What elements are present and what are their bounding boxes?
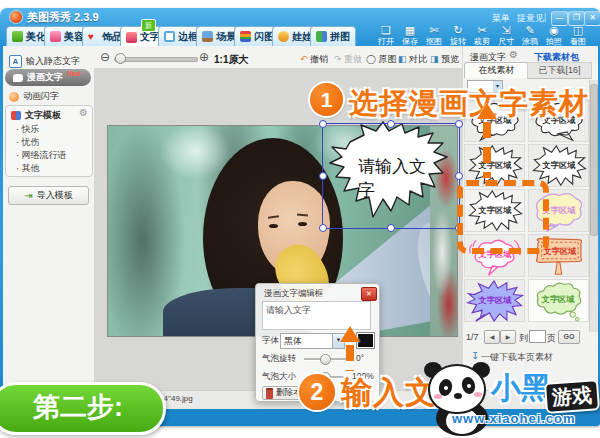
sidebar-group-templates[interactable]: 文字模板 [11, 109, 61, 122]
prev-page-button[interactable]: ◀ [484, 330, 500, 344]
sidebar-item-sad[interactable]: · 忧伤 [16, 136, 40, 149]
svg-text:文字区域: 文字区域 [541, 159, 576, 169]
cutout-button[interactable]: ✄抠图 [422, 24, 446, 47]
watermark-url: www.xiaohei.com [452, 411, 576, 426]
step-badge: 第二步: [0, 382, 166, 435]
crop-button[interactable]: ✂裁剪 [470, 24, 494, 47]
tab-pintu[interactable]: 拼图 [310, 26, 356, 46]
save-icon: ▦ [398, 24, 422, 36]
flash-icon [240, 31, 251, 42]
step2-number-badge: 2 [299, 374, 335, 410]
tab-online-materials[interactable]: 在线素材 [464, 62, 529, 78]
crop-icon: ✂ [470, 24, 494, 36]
tab-downloaded[interactable]: 已下载[16] [527, 62, 592, 79]
redo-icon: ↷ [334, 54, 342, 64]
resize-icon: ⇲ [494, 24, 518, 36]
zoom-out-icon[interactable]: ⊖ [100, 50, 110, 64]
camera-icon: ◉ [542, 24, 566, 36]
svg-text:文字区域: 文字区域 [477, 294, 512, 304]
frame-icon [164, 31, 175, 42]
undo-icon: ↶ [300, 54, 308, 64]
sidebar-item-anim-text[interactable]: 动画闪字 [9, 90, 59, 103]
template-icon [11, 111, 21, 120]
original-icon: ◯ [366, 54, 376, 64]
flash-text-icon [9, 92, 19, 102]
preview-button[interactable]: ◨ 预览 [430, 53, 459, 66]
rotate-button[interactable]: ↻旋转 [446, 24, 470, 47]
import-template-button[interactable]: ⇥ 导入模板 [8, 186, 89, 205]
step1-dashed-line [483, 122, 491, 178]
selected-material-highlight-box [457, 180, 549, 254]
next-page-button[interactable]: ▶ [500, 330, 516, 344]
selection-handle-bl[interactable] [319, 224, 327, 232]
cutout-icon: ✄ [422, 24, 446, 36]
size-label: 气泡大小 [262, 371, 296, 383]
app-window: 美图秀秀 2.3.9 菜单 提意见 | — ❐ ✕ 美化 美容 ♥饰品 文字 新… [0, 0, 600, 438]
trash-icon [266, 388, 273, 399]
original-button[interactable]: ◯ 原图 [366, 53, 397, 66]
camera-button[interactable]: ◉拍照 [542, 24, 566, 47]
zoom-slider-track[interactable] [114, 57, 198, 62]
open-button[interactable]: ❏打开 [374, 24, 398, 47]
doodle-icon: ✎ [518, 24, 542, 36]
template-gear-icon[interactable]: ⚙ [79, 107, 88, 118]
page-input[interactable] [529, 330, 546, 343]
selection-handle-mr[interactable] [455, 172, 463, 180]
step1-annotation-text: 选择漫画文字素材 [349, 84, 589, 124]
undo-button[interactable]: ↶ 撤销 [300, 53, 328, 66]
go-button[interactable]: GO [558, 330, 580, 344]
viewer-button[interactable]: ◫看图 [566, 24, 590, 47]
zoom-level-label[interactable]: 1:1原大 [214, 53, 248, 67]
materials-gear-icon[interactable]: ⚙ [509, 49, 518, 60]
selection-handle-bm[interactable] [387, 224, 395, 232]
materials-title: 漫画文字 [470, 51, 506, 64]
selection-rect [322, 123, 460, 229]
selection-handle-tl[interactable] [319, 120, 327, 128]
material-thumb-burst[interactable]: 文字区域 [464, 279, 525, 322]
compare-icon: ◧ [398, 54, 407, 64]
step2-arrow-up-icon [340, 326, 360, 342]
svg-text:文字区域: 文字区域 [540, 293, 575, 303]
sidebar-item-static-text[interactable]: A 输入静态文字 [9, 55, 80, 68]
step1-arrow-up-icon [477, 103, 497, 119]
text-a-icon: A [9, 55, 22, 68]
new-badge: 新 [141, 19, 156, 32]
viewer-icon: ◫ [566, 24, 590, 36]
dialog-close-button[interactable]: ✕ [361, 287, 377, 301]
import-icon: ⇥ [24, 190, 32, 201]
dialog-title: 漫画文字编辑框 [264, 288, 324, 300]
compare-button[interactable]: ◧ 对比 [398, 53, 427, 66]
sidebar-item-happy[interactable]: · 快乐 [16, 123, 40, 136]
titlebar-separator: | [544, 12, 546, 22]
zoom-in-icon[interactable]: ⊕ [199, 50, 209, 64]
canvas-speech-bubble[interactable]: 请输入文 字 [320, 118, 464, 234]
selection-handle-ml[interactable] [319, 172, 327, 180]
rotate-value: 0° [356, 353, 364, 363]
rotate-slider-handle[interactable] [320, 354, 331, 365]
material-thumb-cloud[interactable]: 文字区域 [528, 279, 589, 322]
bubble-cloud-icon: 文字区域 [530, 280, 588, 322]
font-label: 字体 [262, 335, 279, 347]
sidebar-item-netslang[interactable]: · 网络流行语 [16, 149, 67, 162]
open-icon: ❏ [374, 24, 398, 36]
step1-number-badge: 1 [310, 83, 343, 116]
page-unit-label: 页 [547, 332, 556, 345]
speech-bubble-icon [13, 74, 23, 82]
sidebar-item-comic-text-selected[interactable]: 漫画文字 New [5, 69, 91, 86]
download-pack-link[interactable]: 下载素材包 [534, 51, 579, 64]
zoom-slider-handle[interactable] [115, 53, 126, 64]
doodle-button[interactable]: ✎涂鸦 [518, 24, 542, 47]
window-title: 美图秀秀 2.3.9 [27, 10, 99, 25]
scene-icon [202, 31, 213, 42]
materials-scrollbar-thumb[interactable] [590, 84, 598, 236]
rotate-label: 气泡旋转 [262, 353, 296, 365]
watermark-name-blue: 小黑 [491, 368, 551, 409]
goto-label: 到 [519, 332, 528, 345]
sidebar-item-other[interactable]: · 其他 [16, 162, 40, 175]
font-select[interactable]: 黑体 ▾ [280, 333, 345, 349]
save-button[interactable]: ▦保存 [398, 24, 422, 47]
watermark-name-badge: 游戏 [544, 379, 600, 414]
resize-button[interactable]: ⇲尺寸 [494, 24, 518, 47]
heart-icon: ♥ [88, 31, 99, 42]
redo-button[interactable]: ↷ 重做 [334, 53, 362, 66]
